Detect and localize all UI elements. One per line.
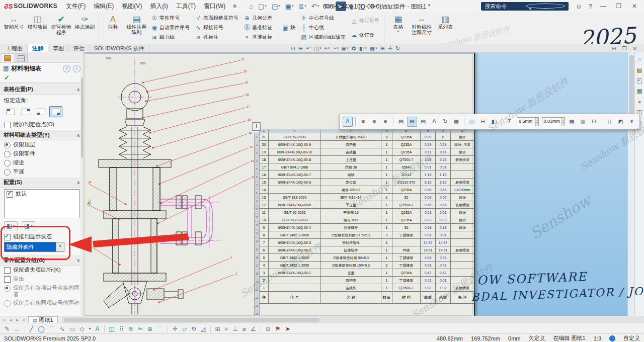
- next-sheet-button[interactable]: ▸: [15, 317, 20, 322]
- bom-cell[interactable]: 定位盘: [321, 179, 381, 186]
- bom-header-cell[interactable]: 备 注: [451, 292, 474, 304]
- view-palette-icon[interactable]: ▦: [636, 88, 642, 94]
- text-vertical-button[interactable]: A: [429, 117, 439, 127]
- attach-anchor-checkbox[interactable]: 附加到定位点(O): [0, 120, 84, 129]
- bom-cell[interactable]: GB/T 3452.1-2005: [269, 254, 321, 262]
- bom-cell[interactable]: 0: [436, 133, 451, 141]
- bom-cell[interactable]: 1: [381, 269, 392, 277]
- point-icon[interactable]: •: [89, 326, 91, 332]
- bom-cell[interactable]: GB/T 3452.1-2005: [269, 262, 321, 269]
- convert-entities-icon[interactable]: ⊕: [147, 326, 152, 332]
- bom-cell[interactable]: Q235A: [392, 216, 421, 224]
- bom-cell[interactable]: 下压盖: [321, 201, 381, 209]
- bom-cell[interactable]: 1: [381, 141, 392, 148]
- bom-cell[interactable]: 0.04: [436, 254, 451, 262]
- design-library-icon[interactable]: ▤: [636, 67, 642, 73]
- bom-header-cell[interactable]: 代 号: [269, 292, 321, 304]
- grid-thickness-spinner[interactable]: 0.03mm▴▾: [542, 117, 565, 126]
- bom-cell[interactable]: 6: [260, 246, 269, 254]
- bom-cell[interactable]: 1.92: [421, 284, 436, 292]
- bom-cell[interactable]: 9: [260, 224, 269, 231]
- bom-cell[interactable]: GB/T 6170-2000: [269, 216, 321, 224]
- bom-cell[interactable]: 14.61: [436, 246, 451, 254]
- bom-cell[interactable]: 镀锌: [451, 209, 474, 216]
- section-view-button[interactable]: ◫▾: [314, 45, 321, 52]
- bom-cell[interactable]: [451, 171, 474, 179]
- format-painter-button[interactable]: ✑格式涂刷: [73, 13, 97, 43]
- bom-cell[interactable]: 镀锌: [451, 194, 474, 201]
- zoom-tool-icon[interactable]: ⊙: [266, 326, 271, 332]
- bom-cell[interactable]: 0.03: [436, 216, 451, 224]
- bom-cell[interactable]: Q235A: [392, 186, 421, 194]
- scrollbar-thumb[interactable]: [64, 318, 320, 322]
- copy-entities-icon[interactable]: ▱: [182, 326, 187, 332]
- edit-appearance-button[interactable]: ✿: [352, 45, 356, 52]
- file-explorer-icon[interactable]: ◰: [636, 77, 642, 83]
- bom-cell[interactable]: 600HZ44X-10Q-00-8: [269, 156, 321, 163]
- bom-cell[interactable]: 21: [260, 133, 269, 141]
- bom-cell[interactable]: 16: [260, 171, 269, 179]
- bom-cell[interactable]: 表面喷漆: [451, 156, 474, 163]
- 3d-drawing-view-button[interactable]: ⊕: [380, 45, 385, 52]
- bom-cell[interactable]: 35: [392, 194, 421, 201]
- cell-padding-button[interactable]: ⊡: [589, 117, 599, 127]
- revision-cloud-button[interactable]: ☁修订云: [349, 31, 381, 40]
- revision-symbol-button[interactable]: △修订符号: [349, 16, 381, 25]
- new-document-button[interactable]: ▢▾: [257, 2, 268, 11]
- centerline-button[interactable]: ┼中心线: [299, 23, 347, 32]
- bom-cell[interactable]: 20: [260, 141, 269, 148]
- rotate-text-button[interactable]: ↻: [440, 117, 450, 127]
- bom-cell[interactable]: QT500-7: [392, 201, 421, 209]
- bom-cell[interactable]: 15: [260, 179, 269, 186]
- bom-cell[interactable]: 600HZ44X-10Q-00-9: [269, 141, 321, 148]
- doc-restore-button[interactable]: ❐: [622, 46, 627, 51]
- table-header-toggle-button[interactable]: ▦: [451, 117, 461, 127]
- menu-item[interactable]: 文件(F): [62, 1, 89, 12]
- zoom-fit-button[interactable]: ⊡: [291, 45, 295, 52]
- status-globe-icon[interactable]: [609, 335, 615, 341]
- bom-cell[interactable]: 1: [260, 284, 269, 292]
- bom-cell[interactable]: 0.29: [436, 141, 451, 148]
- symmetric-linear-note-dimension-button[interactable]: ⇔对称线性注释尺寸: [410, 13, 434, 43]
- bom-cell[interactable]: 19: [260, 148, 269, 156]
- radio-keep-same-item-number[interactable]: 保留具有相同项目号的两者: [0, 299, 84, 308]
- bom-cell[interactable]: 上压盖: [321, 156, 381, 163]
- insert-row-button[interactable]: ⊟: [478, 117, 488, 127]
- bom-cell[interactable]: [392, 239, 421, 246]
- bom-cell[interactable]: 0.18: [421, 224, 436, 231]
- arc-icon[interactable]: ⌒: [49, 326, 55, 332]
- bom-cell[interactable]: 8: [260, 231, 269, 239]
- search-icon[interactable]: [526, 4, 565, 9]
- magnetic-line-button[interactable]: ≋磁力线: [149, 33, 191, 42]
- bom-cell[interactable]: 螺母 M16: [321, 216, 381, 224]
- balloon-button[interactable]: ①零件序号: [149, 14, 191, 23]
- spinner-arrows-icon[interactable]: ▴▾: [561, 118, 565, 126]
- area-hatch-fill-button[interactable]: ▨区域剖面线/填充: [299, 33, 347, 42]
- bom-cell[interactable]: 35: [392, 224, 421, 231]
- bom-cell[interactable]: 0.01: [421, 209, 436, 216]
- rectangle-icon[interactable]: ▭: [69, 326, 75, 332]
- corner-top-left-button[interactable]: [4, 106, 17, 117]
- surface-finish-button[interactable]: √表面粗糙度符号: [193, 14, 240, 23]
- vertical-scrollbar[interactable]: [627, 52, 635, 316]
- offset-entities-icon[interactable]: ≋: [128, 326, 133, 332]
- align-right-button[interactable]: ≡: [380, 117, 390, 127]
- section-configurations[interactable]: 配置(S) ∧: [0, 177, 84, 188]
- bom-cell[interactable]: 1: [381, 284, 392, 292]
- user-account-icon[interactable]: ☺: [575, 3, 582, 10]
- bom-cell[interactable]: 1: [381, 171, 392, 179]
- datum-target-button[interactable]: ⌖基准目标: [242, 33, 274, 42]
- configurations-list[interactable]: 默认: [4, 189, 79, 218]
- tab-草图[interactable]: 草图: [48, 44, 69, 52]
- bom-cell[interactable]: 镀锌, 浮漆: [451, 141, 474, 148]
- flag-note-icon[interactable]: ⚑: [275, 326, 281, 332]
- corner-bottom-right-button[interactable]: [49, 106, 62, 117]
- bom-cell[interactable]: 1: [381, 209, 392, 216]
- bom-cell[interactable]: 缸体组件: [321, 246, 381, 254]
- bom-cell[interactable]: 钢管 Φ60×2: [321, 186, 381, 194]
- bom-cell[interactable]: 表面喷漆: [451, 179, 474, 186]
- bom-cell[interactable]: 0.47: [436, 269, 451, 277]
- bom-cell[interactable]: ZG310-570: [392, 179, 421, 186]
- bom-cell[interactable]: 12: [260, 201, 269, 209]
- bom-header-cell[interactable]: 数量: [381, 292, 392, 304]
